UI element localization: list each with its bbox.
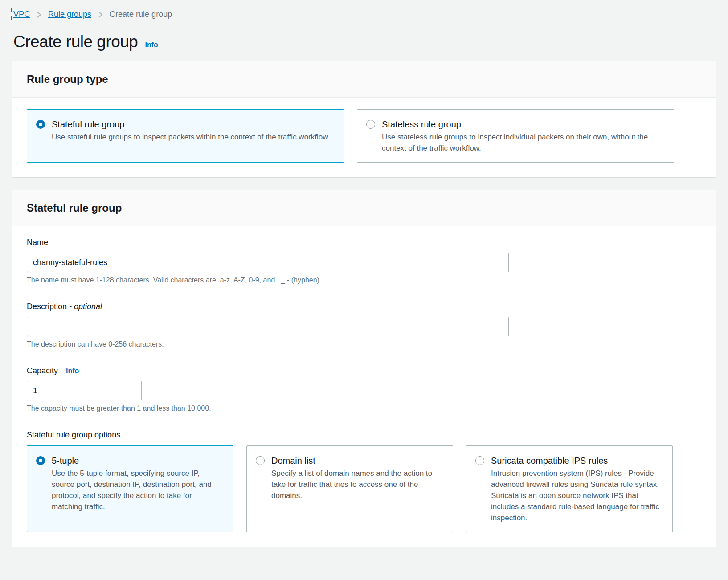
description-label-text: Description - optional bbox=[27, 302, 102, 311]
description-input[interactable] bbox=[27, 317, 509, 336]
name-label: Name bbox=[27, 238, 701, 247]
page-info-link[interactable]: Info bbox=[145, 41, 158, 49]
option-label: Stateless rule group bbox=[382, 118, 665, 131]
stateful-options-group: Stateful rule group options 5-tuple Use … bbox=[27, 430, 701, 532]
option-label: Domain list bbox=[271, 454, 444, 467]
description-field-group: Description - optional The description c… bbox=[27, 302, 701, 348]
radio-checked-icon[interactable] bbox=[36, 120, 45, 129]
radio-unchecked-icon[interactable] bbox=[475, 456, 484, 465]
description-label: Description - optional bbox=[27, 302, 701, 311]
option-suricata-ips-rules[interactable]: Suricata compatible IPS rules Intrusion … bbox=[466, 445, 673, 532]
option-description: Specify a list of domain names and the a… bbox=[271, 468, 444, 501]
rule-group-type-title: Rule group type bbox=[27, 73, 701, 86]
option-stateless-rule-group[interactable]: Stateless rule group Use stateless rule … bbox=[357, 109, 674, 163]
capacity-label-text: Capacity bbox=[27, 366, 58, 376]
radio-unchecked-icon[interactable] bbox=[256, 456, 265, 465]
radio-unchecked-icon[interactable] bbox=[366, 120, 375, 129]
capacity-info-link[interactable]: Info bbox=[66, 367, 79, 375]
option-stateful-rule-group[interactable]: Stateful rule group Use stateful rule gr… bbox=[27, 109, 344, 163]
rule-group-type-header: Rule group type bbox=[12, 61, 716, 98]
radio-checked-icon[interactable] bbox=[36, 456, 45, 465]
name-label-text: Name bbox=[27, 238, 48, 247]
chevron-right-icon bbox=[98, 11, 103, 18]
option-domain-list[interactable]: Domain list Specify a list of domain nam… bbox=[246, 445, 453, 532]
option-5-tuple[interactable]: 5-tuple Use the 5-tuple format, specifyi… bbox=[27, 445, 233, 532]
breadcrumb-current: Create rule group bbox=[110, 10, 172, 19]
stateful-rule-group-card: Stateful rule group Name The name must h… bbox=[12, 190, 716, 547]
optional-suffix: - optional bbox=[69, 302, 102, 311]
breadcrumb-link-vpc[interactable]: VPC bbox=[13, 10, 30, 19]
stateful-rule-group-title: Stateful rule group bbox=[27, 202, 701, 214]
name-hint: The name must have 1-128 characters. Val… bbox=[27, 276, 701, 284]
option-label: 5-tuple bbox=[52, 454, 224, 467]
breadcrumb: VPC Rule groups Create rule group bbox=[12, 6, 716, 19]
option-label: Stateful rule group bbox=[52, 118, 330, 131]
capacity-input[interactable] bbox=[27, 381, 142, 400]
name-field-group: Name The name must have 1-128 characters… bbox=[27, 238, 701, 284]
page: VPC Rule groups Create rule group Create… bbox=[0, 0, 728, 547]
option-description: Intrusion prevention system (IPS) rules … bbox=[491, 468, 663, 523]
option-label: Suricata compatible IPS rules bbox=[491, 454, 663, 467]
option-description: Use stateless rule groups to inspect ind… bbox=[382, 131, 665, 154]
option-description: Use stateful rule groups to inspect pack… bbox=[52, 131, 330, 143]
capacity-hint: The capacity must be greater than 1 and … bbox=[27, 404, 701, 413]
capacity-field-group: Capacity Info The capacity must be great… bbox=[27, 366, 701, 413]
page-header: Create rule group Info bbox=[13, 33, 716, 51]
page-title: Create rule group bbox=[13, 33, 138, 51]
stateful-options-label: Stateful rule group options bbox=[27, 430, 701, 440]
description-hint: The description can have 0-256 character… bbox=[27, 340, 701, 348]
chevron-right-icon bbox=[36, 11, 42, 18]
capacity-label: Capacity Info bbox=[27, 366, 701, 376]
stateful-rule-group-header: Stateful rule group bbox=[12, 190, 716, 226]
breadcrumb-link-rule-groups[interactable]: Rule groups bbox=[48, 10, 91, 19]
name-input[interactable] bbox=[27, 253, 509, 272]
rule-group-type-body: Stateful rule group Use stateful rule gr… bbox=[12, 98, 716, 177]
stateful-rule-group-body: Name The name must have 1-128 characters… bbox=[12, 226, 716, 547]
rule-group-type-card: Rule group type Stateful rule group Use … bbox=[12, 61, 716, 177]
option-description: Use the 5-tuple format, specifying sourc… bbox=[52, 468, 224, 512]
